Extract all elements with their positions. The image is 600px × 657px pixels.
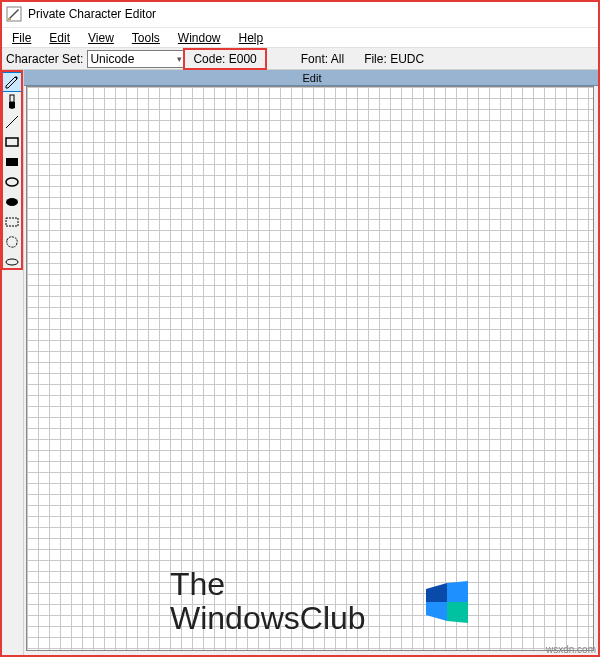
tool-line[interactable] (2, 112, 22, 132)
window-title: Private Character Editor (28, 7, 156, 21)
svg-point-6 (6, 178, 18, 186)
svg-rect-5 (6, 158, 18, 166)
tool-brush[interactable] (2, 92, 22, 112)
tool-eraser[interactable] (2, 252, 22, 272)
canvas-title: Edit (24, 70, 600, 86)
file-field: File: EUDC (364, 52, 444, 66)
app-window: Private Character Editor File Edit View … (0, 0, 600, 657)
canvas-panel: Edit (24, 70, 600, 657)
tool-ellipse[interactable] (2, 172, 22, 192)
titlebar: Private Character Editor (0, 0, 600, 28)
tool-rectangle[interactable] (2, 132, 22, 152)
code-field: Code: E000 (183, 48, 266, 70)
menu-edit[interactable]: Edit (41, 30, 78, 46)
svg-point-7 (6, 198, 18, 206)
tool-pencil[interactable] (2, 72, 22, 92)
chevron-down-icon: ▾ (177, 54, 182, 64)
pixel-grid[interactable] (26, 86, 594, 651)
menu-view[interactable]: View (80, 30, 122, 46)
menu-file[interactable]: File (4, 30, 39, 46)
svg-rect-1 (8, 18, 11, 20)
menubar: File Edit View Tools Window Help (0, 28, 600, 48)
charset-value: Unicode (90, 52, 134, 66)
svg-rect-8 (6, 218, 18, 226)
svg-point-9 (6, 259, 18, 265)
tool-free-select[interactable] (2, 232, 22, 252)
app-icon (6, 6, 22, 22)
menu-tools[interactable]: Tools (124, 30, 168, 46)
font-field: Font: All (301, 52, 364, 66)
svg-rect-2 (10, 95, 14, 102)
main-area: Edit The WindowsClub (0, 70, 600, 657)
svg-line-3 (6, 116, 18, 128)
tool-filled-ellipse[interactable] (2, 192, 22, 212)
toolbox (0, 70, 24, 657)
credit-text: wsxdn.com (546, 644, 596, 655)
charset-label: Character Set: (0, 52, 87, 66)
charset-select[interactable]: Unicode ▾ (87, 50, 185, 68)
tool-rect-select[interactable] (2, 212, 22, 232)
menu-help[interactable]: Help (231, 30, 272, 46)
menu-window[interactable]: Window (170, 30, 229, 46)
infobar: Character Set: Unicode ▾ Code: E000 Font… (0, 48, 600, 70)
svg-rect-4 (6, 138, 18, 146)
tool-filled-rectangle[interactable] (2, 152, 22, 172)
canvas-grid-area[interactable] (26, 86, 594, 651)
